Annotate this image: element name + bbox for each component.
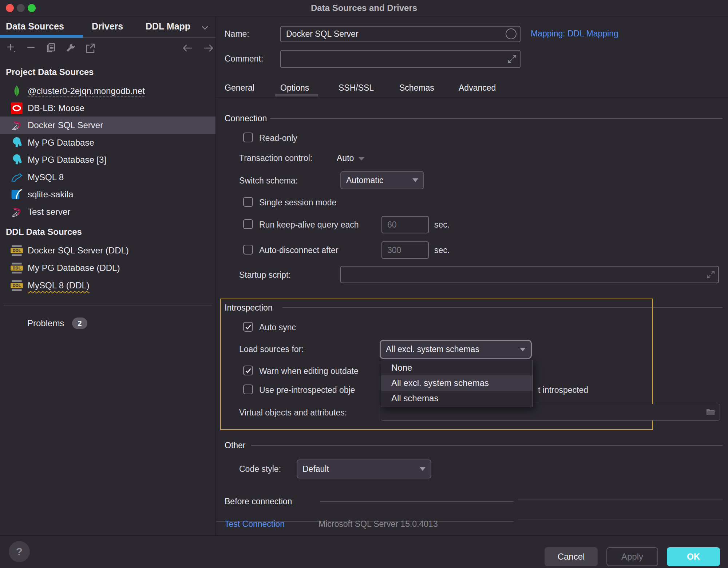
section-line	[251, 445, 723, 446]
dropdown-option-all-schemas[interactable]: All schemas	[381, 391, 533, 406]
load-sources-select[interactable]: All excl. system schemas	[380, 340, 532, 359]
list-item-docker-sql-server[interactable]: Docker SQL Server	[0, 117, 215, 134]
tab-ssh-ssl[interactable]: SSH/SSL	[339, 83, 374, 93]
load-sources-dropdown-popup: None All excl. system schemas All schema…	[381, 360, 533, 407]
mysql-icon	[10, 171, 23, 184]
read-only-label: Read-only	[259, 133, 297, 143]
list-item-label: Test server	[28, 207, 70, 217]
ok-button[interactable]: OK	[667, 547, 720, 566]
tab-schemas[interactable]: Schemas	[399, 83, 434, 93]
forward-arrow-button[interactable]	[202, 42, 214, 54]
list-item-mysql-8-ddl[interactable]: DDL MySQL 8 (DDL)	[0, 277, 215, 294]
startup-script-label: Startup script:	[239, 270, 291, 280]
list-item-label: sqlite-sakila	[28, 189, 73, 200]
list-item-my-pg-database-ddl[interactable]: DDL My PG Database (DDL)	[0, 259, 215, 277]
driver-properties-wrench-button[interactable]	[65, 42, 76, 54]
read-only-checkbox[interactable]	[243, 133, 253, 142]
dropdown-option-all-excl-system[interactable]: All excl. system schemas	[381, 375, 533, 391]
tab-ddl-mappings[interactable]: DDL Mapp	[146, 21, 190, 32]
dropdown-option-none[interactable]: None	[381, 360, 533, 375]
svg-text:DDL: DDL	[13, 266, 21, 270]
switch-schema-select[interactable]: Automatic	[340, 171, 424, 189]
keep-alive-checkbox[interactable]	[243, 219, 253, 229]
oracle-icon	[10, 102, 23, 115]
auto-disconnect-unit-label: sec.	[434, 245, 450, 255]
list-item-my-pg-database[interactable]: My PG Database	[0, 134, 215, 151]
load-sources-label: Load sources for:	[239, 344, 304, 354]
list-item-label: Docker SQL Server	[28, 120, 103, 130]
duplicate-button[interactable]	[45, 42, 57, 54]
code-style-select[interactable]: Default	[297, 459, 431, 478]
postgres-icon	[10, 153, 23, 166]
expand-icon[interactable]	[507, 54, 517, 64]
footer-area-divider	[518, 520, 723, 520]
checkmark-icon	[245, 323, 252, 331]
auto-sync-checkbox[interactable]	[243, 322, 253, 332]
list-item-label: My PG Database	[28, 138, 94, 148]
title-bar: Data Sources and Drivers	[0, 0, 728, 16]
expand-icon[interactable]	[707, 270, 715, 279]
comment-input[interactable]	[280, 50, 521, 68]
switch-schema-value: Automatic	[346, 175, 383, 185]
list-item-test-server[interactable]: Test server	[0, 203, 215, 221]
auto-disconnect-seconds-input[interactable]: 300	[381, 241, 429, 259]
tab-advanced[interactable]: Advanced	[459, 83, 496, 93]
mapping-link[interactable]: Mapping: DDL Mapping	[531, 29, 618, 39]
startup-script-input[interactable]	[340, 266, 719, 283]
tab-general[interactable]: General	[225, 83, 254, 93]
mongodb-icon	[10, 84, 23, 98]
dropdown-arrow-icon	[412, 178, 418, 182]
problems-link[interactable]: Problems	[27, 318, 64, 328]
tab-data-sources[interactable]: Data Sources	[6, 21, 64, 32]
name-input[interactable]: Docker SQL Server	[280, 26, 521, 42]
list-item-sqlite-sakila[interactable]: sqlite-sakila	[0, 186, 215, 203]
use-pre-introspected-checkbox[interactable]	[243, 384, 253, 394]
export-button[interactable]	[84, 42, 96, 54]
ddl-icon: DDL	[10, 244, 23, 257]
section-line	[282, 307, 723, 308]
transaction-control-dropdown[interactable]: Auto	[337, 153, 354, 163]
folder-icon[interactable]	[706, 408, 716, 417]
apply-button[interactable]: Apply	[606, 547, 658, 566]
dropdown-arrow-icon	[520, 348, 526, 351]
auto-disconnect-checkbox[interactable]	[243, 245, 253, 255]
sqlite-icon	[10, 188, 23, 201]
list-item-oracle[interactable]: DB-LB: Moose	[0, 99, 215, 117]
keep-alive-seconds-input[interactable]: 60	[381, 216, 429, 233]
problems-count-badge: 2	[72, 317, 87, 329]
keep-alive-seconds-value: 60	[387, 220, 397, 230]
warn-outdated-label: Warn when editing outdate	[259, 366, 359, 376]
list-item-my-pg-database-3[interactable]: My PG Database [3]	[0, 151, 215, 169]
back-arrow-button[interactable]	[181, 42, 193, 54]
checkmark-icon	[245, 367, 252, 374]
list-item-mongodb[interactable]: @cluster0-2ejqn.mongodb.net	[0, 82, 215, 100]
remove-button[interactable]	[25, 42, 37, 54]
list-item-mysql-8[interactable]: MySQL 8	[0, 169, 215, 186]
single-session-checkbox[interactable]	[243, 197, 253, 207]
list-item-docker-sql-server-ddl[interactable]: DDL Docker SQL Server (DDL)	[0, 242, 215, 259]
list-item-label: MySQL 8	[28, 172, 64, 182]
cancel-button[interactable]: Cancel	[545, 547, 598, 566]
tab-drivers[interactable]: Drivers	[92, 21, 123, 32]
chevron-down-icon[interactable]	[200, 24, 210, 31]
virtual-objects-label: Virtual objects and attributes:	[239, 408, 347, 418]
ddl-data-sources-heading: DDL Data Sources	[6, 227, 82, 237]
loading-spinner-icon	[505, 27, 518, 40]
postgres-icon	[10, 136, 23, 149]
tab-options[interactable]: Options	[280, 83, 309, 93]
sqlserver-icon	[10, 205, 23, 218]
section-line	[270, 118, 723, 119]
sqlserver-icon	[10, 119, 23, 132]
add-button[interactable]	[6, 42, 17, 54]
list-item-label: MySQL 8 (DDL)	[28, 280, 90, 291]
list-item-label: My PG Database [3]	[28, 155, 106, 165]
project-data-sources-heading: Project Data Sources	[6, 67, 94, 77]
introspection-section-title: Introspection	[225, 303, 273, 313]
warn-outdated-checkbox[interactable]	[243, 366, 253, 375]
help-button[interactable]: ?	[9, 541, 30, 562]
connection-section-title: Connection	[225, 114, 267, 123]
test-connection-link[interactable]: Test Connection	[225, 519, 285, 529]
ddl-icon: DDL	[10, 279, 23, 292]
sidebar-divider	[4, 305, 212, 305]
chevron-down-icon	[359, 157, 364, 161]
